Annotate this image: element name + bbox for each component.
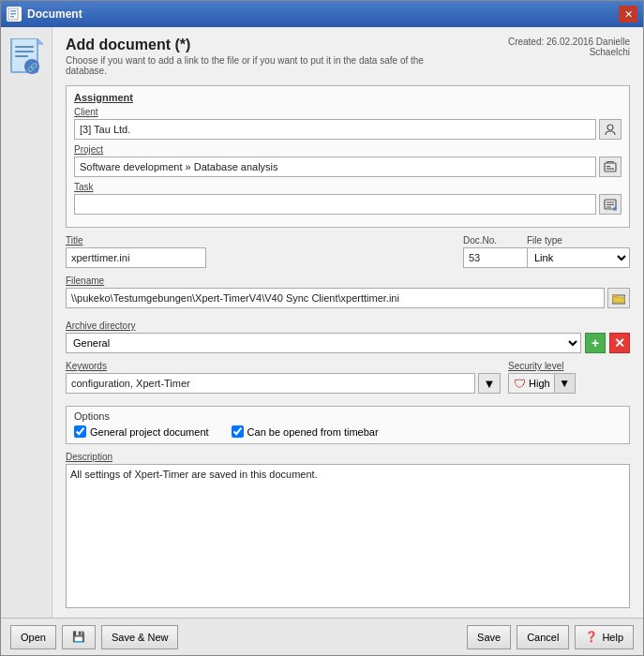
security-value-button[interactable]: 🛡 High: [508, 373, 555, 394]
title-fields-row: Title Doc.No. File type Link File URL: [66, 235, 630, 268]
svg-point-12: [607, 125, 613, 130]
client-input[interactable]: [74, 119, 596, 140]
svg-text:🔗: 🔗: [27, 62, 38, 73]
save-new-button[interactable]: Save & New: [101, 625, 179, 649]
svg-rect-2: [10, 13, 16, 15]
docno-label: Doc.No.: [463, 235, 519, 246]
security-label: Security level: [508, 361, 630, 371]
keywords-dropdown-button[interactable]: ▼: [478, 373, 501, 394]
client-picker-button[interactable]: [599, 119, 622, 140]
docno-field-group: Doc.No.: [463, 235, 519, 268]
svg-rect-7: [15, 46, 34, 48]
floppy-icon: 💾: [72, 631, 85, 643]
assignment-section: Assignment Client Project: [66, 85, 630, 228]
assignment-label: Assignment: [74, 92, 622, 103]
filename-input[interactable]: [66, 288, 605, 308]
task-label: Task: [74, 182, 622, 192]
keywords-input[interactable]: [66, 373, 475, 394]
security-dropdown-button[interactable]: ▼: [555, 373, 576, 394]
title-field-group: Title: [66, 235, 456, 268]
task-picker-button[interactable]: ✓: [599, 194, 622, 215]
filetype-field-group: File type Link File URL: [527, 235, 630, 268]
security-control: 🛡 High ▼: [508, 373, 630, 394]
open-label: Open: [21, 632, 46, 643]
shield-icon: 🛡: [513, 377, 526, 390]
save-new-label: Save & New: [112, 632, 169, 643]
main-content: Add document (*) Choose if you want to a…: [52, 27, 643, 618]
help-icon: ❓: [585, 631, 598, 643]
options-section: Options General project document Can be …: [66, 406, 630, 444]
filename-browse-button[interactable]: [607, 288, 630, 308]
window-body: 🔗 Add document (*) Choose if you want to…: [1, 27, 643, 618]
help-button[interactable]: ❓ Help: [575, 625, 634, 649]
project-row: [74, 157, 622, 177]
svg-rect-9: [15, 55, 28, 57]
document-icon: 🔗: [7, 38, 45, 76]
task-input[interactable]: [74, 194, 596, 215]
archive-select[interactable]: General: [66, 333, 581, 353]
keywords-security-row: Keywords ▼ Security level 🛡 High ▼: [66, 361, 630, 398]
title-input[interactable]: [66, 247, 206, 268]
svg-rect-13: [605, 163, 616, 171]
security-group: Security level 🛡 High ▼: [508, 361, 630, 394]
project-picker-button[interactable]: [599, 157, 622, 177]
keywords-label: Keywords: [66, 361, 501, 371]
archive-group: Archive directory General + ✕: [66, 321, 630, 353]
client-label: Client: [74, 107, 622, 117]
header-meta: Created: 26.02.2016 Danielle Schaelchi: [466, 37, 630, 57]
description-textarea[interactable]: [66, 464, 630, 608]
title-bar: Document ✕: [1, 1, 643, 27]
filetype-select[interactable]: Link File URL: [527, 247, 630, 268]
left-panel: 🔗: [1, 27, 52, 618]
description-label: Description: [66, 452, 630, 462]
svg-text:✓: ✓: [614, 208, 617, 212]
timebar-checkbox[interactable]: [232, 425, 244, 438]
cancel-button[interactable]: Cancel: [517, 625, 569, 649]
keywords-row: ▼: [66, 373, 501, 394]
open-button[interactable]: Open: [10, 625, 56, 649]
window-title: Document: [27, 7, 82, 21]
window-icon: [7, 7, 22, 22]
filename-row: [66, 288, 630, 308]
archive-add-button[interactable]: +: [585, 333, 606, 353]
general-project-checkbox-row: General project document: [74, 425, 209, 438]
svg-rect-14: [607, 166, 610, 167]
title-bar-left: Document: [7, 7, 82, 22]
close-button[interactable]: ✕: [619, 6, 637, 22]
help-label: Help: [602, 632, 623, 643]
timebar-label: Can be opened from timebar: [247, 426, 379, 438]
security-value: High: [529, 378, 550, 389]
cancel-label: Cancel: [527, 632, 559, 643]
filename-label: Filename: [66, 276, 630, 286]
project-input[interactable]: [74, 157, 596, 177]
svg-rect-3: [10, 16, 14, 18]
title-label: Title: [66, 235, 456, 246]
save-button[interactable]: Save: [467, 625, 511, 649]
archive-row: General + ✕: [66, 333, 630, 353]
footer: Open 💾 Save & New Save Cancel ❓ Help: [1, 618, 643, 655]
save-icon-button[interactable]: 💾: [62, 625, 96, 649]
document-window: Document ✕ 🔗: [0, 0, 644, 656]
checkbox-group: General project document Can be opened f…: [74, 425, 622, 438]
project-label: Project: [74, 144, 622, 155]
description-section: Description: [66, 452, 630, 608]
options-label: Options: [74, 410, 622, 422]
save-label: Save: [477, 632, 501, 643]
filetype-label: File type: [527, 235, 630, 246]
filename-group: Filename: [66, 276, 630, 313]
keywords-group: Keywords ▼: [66, 361, 501, 398]
task-row: ✓: [74, 194, 622, 215]
archive-delete-button[interactable]: ✕: [609, 333, 630, 353]
svg-rect-8: [15, 51, 34, 52]
archive-label: Archive directory: [66, 321, 630, 331]
svg-marker-5: [37, 38, 43, 44]
timebar-checkbox-row: Can be opened from timebar: [232, 425, 379, 438]
dialog-subtitle: Choose if you want to add a link to the …: [66, 55, 466, 76]
svg-rect-15: [607, 169, 614, 170]
client-row: [74, 119, 622, 140]
dialog-title: Add document (*): [66, 37, 466, 53]
title-row-container: Title Doc.No. File type Link File URL: [66, 235, 630, 268]
svg-rect-1: [10, 10, 16, 12]
general-project-checkbox[interactable]: [74, 425, 86, 438]
general-project-label: General project document: [90, 426, 209, 438]
